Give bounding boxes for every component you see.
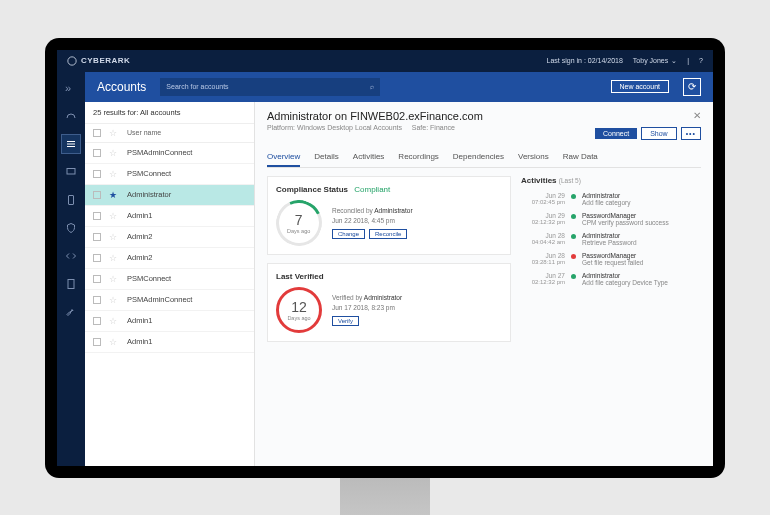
close-icon[interactable]: ✕ (595, 110, 701, 121)
row-checkbox[interactable] (93, 191, 101, 199)
row-checkbox[interactable] (93, 170, 101, 178)
show-button[interactable]: Show (641, 127, 677, 140)
refresh-icon: ⟳ (688, 81, 696, 92)
list-item[interactable]: ★Administrator (85, 185, 254, 206)
rail-settings[interactable] (61, 302, 81, 322)
row-username: PSMAdminConnect (127, 148, 192, 157)
row-checkbox[interactable] (93, 275, 101, 283)
list-item[interactable]: ☆PSMAdminConnect (85, 290, 254, 311)
status-dot (571, 234, 576, 239)
svg-point-0 (68, 56, 76, 64)
user-menu[interactable]: Toby Jones ⌄ (633, 57, 677, 65)
star-icon[interactable]: ☆ (109, 253, 119, 263)
list-item[interactable]: ☆Admin1 (85, 332, 254, 353)
tab-versions[interactable]: Versions (518, 148, 549, 167)
connect-button[interactable]: Connect (595, 128, 637, 139)
list-item[interactable]: ☆PSMConnect (85, 164, 254, 185)
row-checkbox[interactable] (93, 338, 101, 346)
compliance-value: 7 (295, 212, 303, 228)
star-icon[interactable]: ☆ (109, 211, 119, 221)
rail-code[interactable] (61, 246, 81, 266)
list-item[interactable]: ☆PSMConnect (85, 269, 254, 290)
status-dot (571, 254, 576, 259)
user-name: Toby Jones (633, 57, 668, 64)
page-title: Accounts (97, 80, 146, 94)
change-button[interactable]: Change (332, 229, 365, 239)
row-username: PSMAdminConnect (127, 295, 192, 304)
detail-panel: Administrator on FINWEB02.exFinance.com … (255, 102, 713, 466)
svg-rect-3 (67, 146, 75, 147)
select-all-checkbox[interactable] (93, 129, 101, 137)
list-item[interactable]: ☆PSMAdminConnect (85, 143, 254, 164)
page-header: Accounts Search for accounts ⌕ New accou… (85, 72, 713, 102)
row-username: Admin1 (127, 211, 152, 220)
compliance-ring: 7 Days ago (270, 193, 329, 252)
row-username: Admin1 (127, 316, 152, 325)
row-checkbox[interactable] (93, 296, 101, 304)
list-header: ☆ User name (85, 124, 254, 143)
rail-apps[interactable] (61, 190, 81, 210)
code-icon (65, 250, 77, 262)
rail-sessions[interactable] (61, 162, 81, 182)
chevron-down-icon: ⌄ (671, 57, 677, 65)
row-checkbox[interactable] (93, 317, 101, 325)
detail-tabs: OverviewDetailsActivitiesRecordingsDepen… (267, 148, 701, 168)
reconcile-button[interactable]: Reconcile (369, 229, 407, 239)
star-icon[interactable]: ☆ (109, 148, 119, 158)
list-item[interactable]: ☆Admin2 (85, 227, 254, 248)
wrench-icon (65, 306, 77, 318)
tab-details[interactable]: Details (314, 148, 338, 167)
row-checkbox[interactable] (93, 149, 101, 157)
rail-expand[interactable]: » (61, 78, 81, 98)
col-username: User name (127, 129, 161, 136)
lastverified-title: Last Verified (276, 272, 502, 281)
chevron-right-icon: » (65, 82, 77, 94)
activity-item: Jun 2902:12:32 pmPasswordManagerCPM veri… (521, 209, 701, 229)
results-count: 25 results for: All accounts (85, 102, 254, 124)
row-checkbox[interactable] (93, 212, 101, 220)
rail-security[interactable] (61, 218, 81, 238)
row-username: Admin2 (127, 253, 152, 262)
star-icon[interactable]: ★ (109, 190, 119, 200)
row-checkbox[interactable] (93, 233, 101, 241)
list-item[interactable]: ☆Admin2 (85, 248, 254, 269)
tab-activities[interactable]: Activities (353, 148, 385, 167)
activity-item: Jun 2907:02:45 pmAdministratorAdd file c… (521, 189, 701, 209)
star-icon[interactable]: ☆ (109, 274, 119, 284)
star-icon[interactable]: ☆ (109, 337, 119, 347)
rail-reports[interactable] (61, 274, 81, 294)
shield-icon (65, 222, 77, 234)
search-icon: ⌕ (370, 83, 374, 90)
svg-rect-1 (67, 141, 75, 142)
activities-title: Activities (521, 176, 557, 185)
detail-title: Administrator on FINWEB02.exFinance.com (267, 110, 483, 122)
brand-logo: CYBERARK (67, 56, 130, 66)
tab-overview[interactable]: Overview (267, 148, 300, 167)
nav-rail: » (57, 72, 85, 466)
star-icon[interactable]: ☆ (109, 316, 119, 326)
row-username: Admin2 (127, 232, 152, 241)
rail-accounts[interactable] (61, 134, 81, 154)
help-icon[interactable]: ? (699, 57, 703, 64)
star-icon[interactable]: ☆ (109, 232, 119, 242)
lastverified-card: Last Verified 12 Days ago Verified by (267, 263, 511, 342)
more-button[interactable]: ••• (681, 127, 701, 140)
search-input[interactable]: Search for accounts ⌕ (160, 78, 380, 96)
svg-rect-5 (69, 195, 74, 204)
star-icon[interactable]: ☆ (109, 295, 119, 305)
new-account-button[interactable]: New account (611, 80, 669, 93)
rail-dashboard[interactable] (61, 106, 81, 126)
tab-recordings[interactable]: Recordings (398, 148, 438, 167)
list-item[interactable]: ☆Admin1 (85, 311, 254, 332)
refresh-button[interactable]: ⟳ (683, 78, 701, 96)
tab-rawdata[interactable]: Raw Data (563, 148, 598, 167)
tab-dependencies[interactable]: Dependencies (453, 148, 504, 167)
activities-sub: (Last 5) (559, 177, 581, 184)
star-icon[interactable]: ☆ (109, 169, 119, 179)
list-item[interactable]: ☆Admin1 (85, 206, 254, 227)
compliance-title: Compliance Status (276, 185, 348, 194)
verify-button[interactable]: Verify (332, 316, 359, 326)
list-icon (65, 138, 77, 150)
document-icon (65, 278, 77, 290)
row-checkbox[interactable] (93, 254, 101, 262)
